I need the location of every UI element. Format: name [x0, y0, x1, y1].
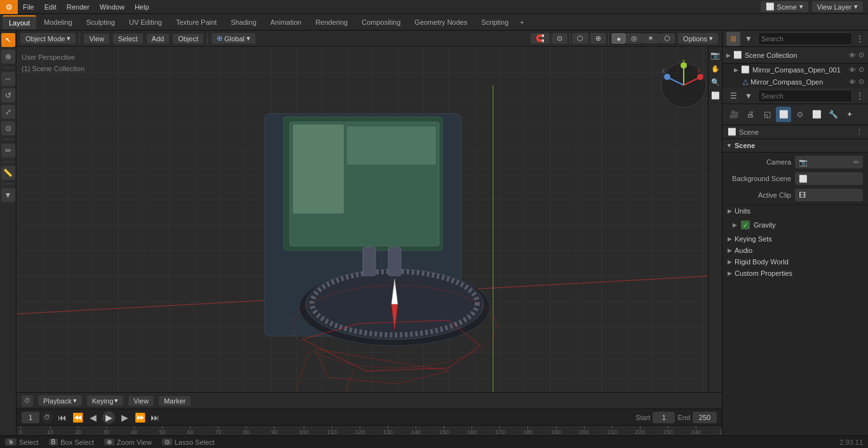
jump-to-end-button[interactable]: ⏭ — [149, 412, 161, 423]
frame-clock-toggle[interactable]: ⏱ — [41, 412, 53, 423]
proportional-toggle[interactable]: ⊙ — [552, 33, 567, 44]
collection-item-name-2[interactable]: Mirror_Compass_Open — [750, 78, 846, 86]
navigation-gizmo[interactable]: X Y Z — [658, 60, 709, 111]
menu-render[interactable]: Render — [62, 0, 95, 14]
output-props-icon[interactable]: 🖨 — [743, 107, 758, 122]
cursor-tool-button[interactable]: ⊕ — [1, 50, 15, 64]
properties-options-icon[interactable]: ⋮ — [855, 89, 864, 103]
collection-item-name-1[interactable]: Mirror_Compass_Open_001 — [752, 66, 846, 74]
outliner-filter-icon[interactable]: ▼ — [742, 32, 756, 46]
collection-item-mirror-compass[interactable]: ▶ ⬜ Mirror_Compass_Open_001 👁 ⊙ — [722, 64, 868, 76]
menu-edit[interactable]: Edit — [39, 0, 62, 14]
timeline-editor-icon[interactable]: ⏱ — [22, 395, 33, 407]
play-button[interactable]: ▶ — [102, 411, 115, 424]
view-layer-props-icon[interactable]: ◱ — [759, 107, 775, 122]
tab-modeling[interactable]: Modeling — [37, 15, 79, 29]
add-tool-button[interactable]: ▼ — [1, 188, 15, 202]
properties-icon[interactable]: ☰ — [726, 89, 740, 103]
custom-properties-collapse[interactable]: ▶ Custom Properties — [722, 268, 868, 279]
scene-coll-eye[interactable]: 👁 — [849, 51, 856, 59]
start-frame-input[interactable]: 1 — [653, 412, 675, 423]
properties-search-input[interactable] — [758, 90, 852, 102]
active-clip-value[interactable]: 🎞 — [795, 189, 863, 201]
scene-section-header[interactable]: ▼ Scene — [722, 139, 868, 153]
view-all-icon[interactable]: ⬜ — [710, 90, 721, 101]
coll-eye-2[interactable]: 👁 — [849, 78, 856, 86]
wireframe-shading-button[interactable]: ⬡ — [659, 33, 675, 44]
outliner-icon[interactable]: ⊞ — [726, 32, 740, 46]
prev-frame-button[interactable]: ◀ — [87, 412, 98, 423]
tab-rendering[interactable]: Rendering — [309, 15, 354, 29]
timeline-ruler[interactable]: 0102030405060708090100110120130140150160… — [17, 425, 722, 435]
jump-to-start-button[interactable]: ⏮ — [57, 412, 68, 423]
next-keyframe-button[interactable]: ⏩ — [134, 412, 146, 423]
outliner-search-input[interactable] — [758, 32, 852, 45]
world-props-icon[interactable]: ⊙ — [792, 107, 808, 122]
tab-geometry-nodes[interactable]: Geometry Nodes — [408, 15, 473, 29]
properties-filter-icon[interactable]: ▼ — [742, 89, 756, 103]
select-menu[interactable]: Select — [113, 34, 143, 44]
view-menu-timeline[interactable]: View — [128, 396, 154, 406]
zoom-icon[interactable]: 🔍 — [710, 76, 721, 88]
next-frame-button[interactable]: ▶ — [119, 412, 130, 423]
background-scene-value[interactable]: ⬜ — [795, 172, 863, 185]
annotate-tool-button[interactable]: ✏ — [1, 144, 15, 158]
move-tool-button[interactable]: ↔ — [1, 72, 15, 86]
audio-collapse[interactable]: ▶ Audio — [722, 245, 868, 256]
gravity-checkbox[interactable]: ✓ — [741, 221, 750, 229]
scene-collection-name[interactable]: Scene Collection — [745, 51, 846, 59]
coll-eye-1[interactable]: 👁 — [849, 66, 856, 74]
snap-toggle[interactable]: 🧲 — [531, 33, 550, 44]
viewport-3d[interactable]: User Perspective (1) Scene Collection X … — [17, 47, 722, 392]
tab-compositing[interactable]: Compositing — [355, 15, 407, 29]
modifier-props-icon[interactable]: 🔧 — [825, 107, 841, 122]
view-layer-selector[interactable]: View Layer ▾ — [812, 1, 863, 12]
scene-selector[interactable]: ⬜ Scene ▾ — [761, 1, 808, 12]
rigid-body-world-collapse[interactable]: ▶ Rigid Body World — [722, 256, 868, 268]
object-menu[interactable]: Object — [173, 34, 203, 44]
view-menu[interactable]: View — [84, 34, 109, 44]
rendered-shading-button[interactable]: ☀ — [642, 33, 659, 44]
camera-view-icon[interactable]: 📷 — [710, 50, 721, 61]
select-tool-button[interactable]: ↖ — [1, 33, 15, 47]
measure-tool-button[interactable]: 📏 — [1, 166, 15, 180]
menu-help[interactable]: Help — [130, 0, 154, 14]
tab-scripting[interactable]: Scripting — [475, 15, 515, 29]
material-shading-button[interactable]: ◎ — [626, 33, 642, 44]
tab-shading[interactable]: Shading — [224, 15, 262, 29]
units-collapse[interactable]: ▶ Units — [722, 205, 868, 217]
menu-window[interactable]: Window — [95, 0, 130, 14]
gravity-checkbox-row[interactable]: ▶ ✓ Gravity — [728, 219, 781, 231]
prev-keyframe-button[interactable]: ⏪ — [72, 412, 83, 423]
render-props-icon[interactable]: 🎥 — [726, 107, 742, 122]
marker-menu[interactable]: Marker — [159, 396, 191, 406]
transform-tool-button[interactable]: ⊙ — [1, 121, 15, 135]
options-button[interactable]: Options ▾ — [678, 33, 718, 44]
scene-props-icon[interactable]: ⬜ — [776, 107, 791, 122]
coll-vis-2[interactable]: ⊙ — [858, 78, 864, 86]
keying-menu[interactable]: Keying ▾ — [87, 395, 124, 406]
tab-texture-paint[interactable]: Texture Paint — [170, 15, 223, 29]
current-frame-display[interactable]: 1 — [22, 412, 39, 423]
coll-vis-1[interactable]: ⊙ — [858, 65, 864, 74]
scale-tool-button[interactable]: ⤢ — [1, 105, 15, 119]
rotate-tool-button[interactable]: ↺ — [1, 88, 15, 102]
particles-props-icon[interactable]: ✦ — [842, 107, 857, 122]
scene-coll-vis[interactable]: ⊙ — [858, 51, 864, 59]
hand-icon[interactable]: ✋ — [710, 63, 721, 74]
add-workspace-button[interactable]: + — [516, 18, 527, 26]
menu-file[interactable]: File — [18, 0, 39, 14]
end-frame-input[interactable]: 250 — [693, 412, 717, 423]
scene-prop-options[interactable]: ⋮ — [856, 128, 863, 136]
object-props-icon[interactable]: ⬜ — [809, 107, 824, 122]
transform-space-selector[interactable]: ⊕ Global ▾ — [212, 33, 255, 44]
outliner-options-icon[interactable]: ⋮ — [855, 32, 864, 46]
camera-prop-value[interactable]: 📷 ✏ — [795, 156, 863, 168]
playback-menu[interactable]: Playback ▾ — [38, 395, 82, 406]
collection-item-mesh[interactable]: △ Mirror_Compass_Open 👁 ⊙ — [722, 76, 868, 88]
tab-layout[interactable]: Layout — [3, 15, 36, 29]
tab-sculpting[interactable]: Sculpting — [80, 15, 121, 29]
tab-animation[interactable]: Animation — [264, 15, 308, 29]
keying-sets-collapse[interactable]: ▶ Keying Sets — [722, 233, 868, 245]
gizmo-toggle[interactable]: ⊕ — [590, 33, 606, 44]
